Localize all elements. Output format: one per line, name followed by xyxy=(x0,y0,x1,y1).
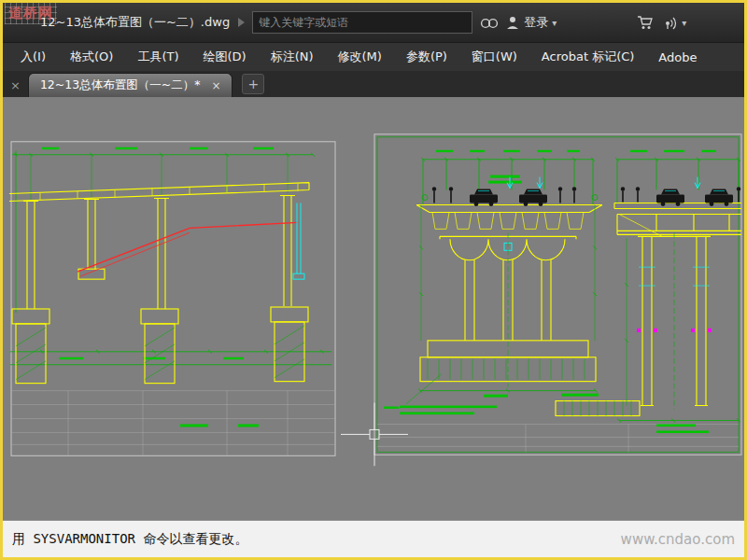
menu-item-modify[interactable]: 修改(M) xyxy=(326,43,394,71)
titlebar: 道桥网 12~13总体布置图（一~二）.dwg 登录 ▾ xyxy=(3,3,744,42)
close-icon[interactable]: × xyxy=(10,78,21,92)
command-message: 用 SYSVARMONITOR 命令以查看更改。 xyxy=(12,531,247,548)
cart-icon[interactable] xyxy=(637,15,654,30)
menu-item-insert[interactable]: 入(I) xyxy=(8,43,58,71)
vehicles-section-b xyxy=(621,177,740,206)
titlebar-dropdown-icon[interactable]: ▾ xyxy=(682,18,686,28)
elevation-view-sheet xyxy=(9,142,335,456)
login-button[interactable]: 登录 xyxy=(524,14,548,31)
user-icon xyxy=(506,16,519,30)
menu-item-tools[interactable]: 工具(T) xyxy=(125,43,190,71)
application-window: 道桥网 12~13总体布置图（一~二）.dwg 登录 ▾ xyxy=(0,0,747,560)
communication-center-icon[interactable] xyxy=(661,15,678,30)
login-dropdown-icon[interactable]: ▾ xyxy=(552,18,557,28)
cross-section-sheet xyxy=(374,134,741,455)
menu-item-dimension[interactable]: 标注(N) xyxy=(259,43,326,71)
menu-item-window[interactable]: 窗口(W) xyxy=(459,43,529,71)
snap-hint-text xyxy=(384,407,399,409)
tab-drawing[interactable]: 12~13总体布置图（一~二）* × xyxy=(28,73,233,97)
window-title: 12~13总体布置图（一~二）.dwg xyxy=(40,14,230,31)
file-tabbar: × 12~13总体布置图（一~二）* × + xyxy=(3,71,744,97)
menu-item-adobe[interactable]: Adobe xyxy=(646,45,709,70)
menu-item-acrobat[interactable]: Acrobat 标记(C) xyxy=(529,43,647,71)
menu-item-format[interactable]: 格式(O) xyxy=(58,43,125,71)
search-icon[interactable] xyxy=(480,16,499,29)
tab-label: 12~13总体布置图（一~二）* xyxy=(40,77,201,93)
new-tab-button[interactable]: + xyxy=(242,74,264,94)
command-bar[interactable]: 用 SYSVARMONITOR 命令以查看更改。 www.cndao.com xyxy=(3,520,744,557)
search-input[interactable] xyxy=(252,11,472,34)
menu-item-parametric[interactable]: 参数(P) xyxy=(394,43,459,71)
chevron-right-icon xyxy=(237,18,245,27)
menu-item-draw[interactable]: 绘图(D) xyxy=(190,43,258,71)
site-watermark: www.cndao.com xyxy=(621,531,735,548)
site-logo-watermark: 道桥网 xyxy=(5,3,57,24)
drawing-canvas[interactable] xyxy=(3,97,744,520)
cad-drawing xyxy=(3,97,744,520)
menubar: 入(I) 格式(O) 工具(T) 绘图(D) 标注(N) 修改(M) 参数(P)… xyxy=(3,42,744,71)
tab-close-icon[interactable]: × xyxy=(211,79,220,92)
search-box xyxy=(252,11,472,34)
